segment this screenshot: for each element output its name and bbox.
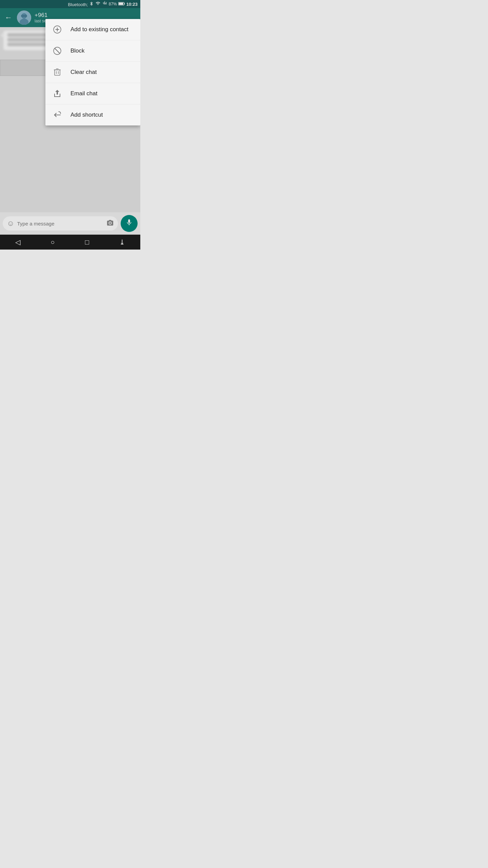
nav-recent-button[interactable]: □: [85, 238, 89, 246]
block-icon: [53, 46, 62, 55]
menu-item-clear-chat[interactable]: Clear chat: [45, 62, 140, 83]
add-shortcut-label: Add shortcut: [70, 112, 103, 118]
trash-icon-wrap: [52, 68, 62, 77]
nav-home-button[interactable]: ○: [50, 238, 55, 246]
svg-rect-14: [55, 70, 60, 75]
email-chat-label: Email chat: [70, 90, 97, 97]
menu-item-add-contact[interactable]: Add to existing contact: [45, 19, 140, 40]
block-label: Block: [70, 47, 85, 54]
dropdown-menu: Add to existing contact Block: [45, 19, 140, 125]
menu-item-add-shortcut[interactable]: Add shortcut: [45, 104, 140, 125]
email-icon-wrap: [52, 89, 62, 98]
add-contact-icon: [53, 25, 62, 34]
menu-item-email-chat[interactable]: Email chat: [45, 83, 140, 104]
app-wrapper: Bluetooth; 87% 10:23 ←: [0, 0, 140, 250]
shortcut-icon-wrap: [52, 111, 62, 119]
add-contact-icon-wrap: [52, 25, 62, 34]
menu-item-block[interactable]: Block: [45, 40, 140, 62]
add-contact-label: Add to existing contact: [70, 26, 128, 33]
bottom-nav: ◁ ○ □ ⤓: [0, 235, 140, 250]
shortcut-icon: [53, 111, 62, 119]
svg-line-13: [55, 48, 60, 53]
nav-down-button[interactable]: ⤓: [119, 238, 125, 246]
email-icon: [53, 89, 62, 98]
dropdown-overlay[interactable]: Add to existing contact Block: [0, 0, 140, 235]
nav-back-button[interactable]: ◁: [15, 238, 20, 246]
clear-chat-label: Clear chat: [70, 69, 97, 76]
trash-icon: [53, 68, 61, 77]
block-icon-wrap: [52, 46, 62, 55]
